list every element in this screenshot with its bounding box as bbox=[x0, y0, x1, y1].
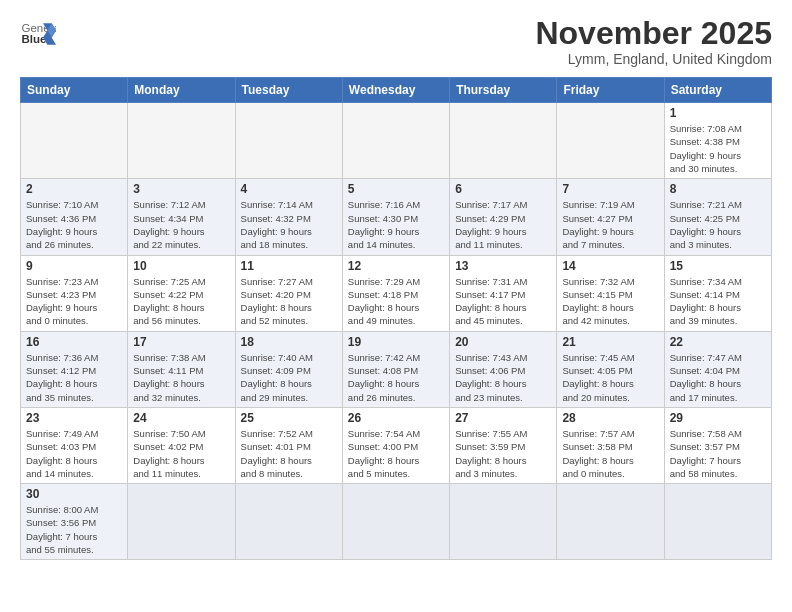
calendar-cell bbox=[450, 484, 557, 560]
calendar-cell: 26Sunrise: 7:54 AMSunset: 4:00 PMDayligh… bbox=[342, 407, 449, 483]
day-number: 9 bbox=[26, 259, 122, 273]
day-number: 25 bbox=[241, 411, 337, 425]
calendar-cell bbox=[235, 484, 342, 560]
day-number: 14 bbox=[562, 259, 658, 273]
day-number: 1 bbox=[670, 106, 766, 120]
day-info: Sunrise: 7:45 AMSunset: 4:05 PMDaylight:… bbox=[562, 351, 658, 404]
day-number: 10 bbox=[133, 259, 229, 273]
logo: General Blue bbox=[20, 16, 56, 52]
calendar-cell: 29Sunrise: 7:58 AMSunset: 3:57 PMDayligh… bbox=[664, 407, 771, 483]
day-number: 12 bbox=[348, 259, 444, 273]
calendar-cell: 23Sunrise: 7:49 AMSunset: 4:03 PMDayligh… bbox=[21, 407, 128, 483]
calendar-cell bbox=[128, 103, 235, 179]
day-number: 7 bbox=[562, 182, 658, 196]
calendar-cell: 21Sunrise: 7:45 AMSunset: 4:05 PMDayligh… bbox=[557, 331, 664, 407]
day-info: Sunrise: 7:52 AMSunset: 4:01 PMDaylight:… bbox=[241, 427, 337, 480]
calendar-cell: 13Sunrise: 7:31 AMSunset: 4:17 PMDayligh… bbox=[450, 255, 557, 331]
calendar-cell bbox=[342, 103, 449, 179]
day-info: Sunrise: 7:17 AMSunset: 4:29 PMDaylight:… bbox=[455, 198, 551, 251]
day-info: Sunrise: 7:31 AMSunset: 4:17 PMDaylight:… bbox=[455, 275, 551, 328]
calendar-cell: 9Sunrise: 7:23 AMSunset: 4:23 PMDaylight… bbox=[21, 255, 128, 331]
day-info: Sunrise: 7:49 AMSunset: 4:03 PMDaylight:… bbox=[26, 427, 122, 480]
day-info: Sunrise: 7:21 AMSunset: 4:25 PMDaylight:… bbox=[670, 198, 766, 251]
calendar-cell: 28Sunrise: 7:57 AMSunset: 3:58 PMDayligh… bbox=[557, 407, 664, 483]
day-number: 5 bbox=[348, 182, 444, 196]
day-number: 23 bbox=[26, 411, 122, 425]
day-number: 30 bbox=[26, 487, 122, 501]
day-number: 27 bbox=[455, 411, 551, 425]
calendar-cell: 7Sunrise: 7:19 AMSunset: 4:27 PMDaylight… bbox=[557, 179, 664, 255]
day-number: 4 bbox=[241, 182, 337, 196]
calendar-cell bbox=[342, 484, 449, 560]
logo-icon: General Blue bbox=[20, 16, 56, 52]
calendar-cell: 12Sunrise: 7:29 AMSunset: 4:18 PMDayligh… bbox=[342, 255, 449, 331]
day-number: 13 bbox=[455, 259, 551, 273]
month-title: November 2025 bbox=[535, 16, 772, 51]
day-number: 15 bbox=[670, 259, 766, 273]
day-info: Sunrise: 7:27 AMSunset: 4:20 PMDaylight:… bbox=[241, 275, 337, 328]
weekday-header-row: SundayMondayTuesdayWednesdayThursdayFrid… bbox=[21, 78, 772, 103]
calendar-week-row: 30Sunrise: 8:00 AMSunset: 3:56 PMDayligh… bbox=[21, 484, 772, 560]
calendar-cell: 4Sunrise: 7:14 AMSunset: 4:32 PMDaylight… bbox=[235, 179, 342, 255]
calendar-cell: 19Sunrise: 7:42 AMSunset: 4:08 PMDayligh… bbox=[342, 331, 449, 407]
day-info: Sunrise: 7:12 AMSunset: 4:34 PMDaylight:… bbox=[133, 198, 229, 251]
day-info: Sunrise: 7:19 AMSunset: 4:27 PMDaylight:… bbox=[562, 198, 658, 251]
day-number: 17 bbox=[133, 335, 229, 349]
page: General Blue November 2025 Lymm, England… bbox=[0, 0, 792, 612]
day-info: Sunrise: 7:23 AMSunset: 4:23 PMDaylight:… bbox=[26, 275, 122, 328]
day-info: Sunrise: 7:08 AMSunset: 4:38 PMDaylight:… bbox=[670, 122, 766, 175]
day-number: 26 bbox=[348, 411, 444, 425]
calendar-week-row: 16Sunrise: 7:36 AMSunset: 4:12 PMDayligh… bbox=[21, 331, 772, 407]
weekday-header-monday: Monday bbox=[128, 78, 235, 103]
day-info: Sunrise: 7:14 AMSunset: 4:32 PMDaylight:… bbox=[241, 198, 337, 251]
title-area: November 2025 Lymm, England, United King… bbox=[535, 16, 772, 67]
calendar-cell bbox=[450, 103, 557, 179]
calendar-cell: 2Sunrise: 7:10 AMSunset: 4:36 PMDaylight… bbox=[21, 179, 128, 255]
day-number: 22 bbox=[670, 335, 766, 349]
day-info: Sunrise: 7:29 AMSunset: 4:18 PMDaylight:… bbox=[348, 275, 444, 328]
calendar-cell bbox=[21, 103, 128, 179]
day-info: Sunrise: 7:34 AMSunset: 4:14 PMDaylight:… bbox=[670, 275, 766, 328]
calendar-cell: 22Sunrise: 7:47 AMSunset: 4:04 PMDayligh… bbox=[664, 331, 771, 407]
calendar-week-row: 1Sunrise: 7:08 AMSunset: 4:38 PMDaylight… bbox=[21, 103, 772, 179]
day-info: Sunrise: 7:40 AMSunset: 4:09 PMDaylight:… bbox=[241, 351, 337, 404]
day-number: 6 bbox=[455, 182, 551, 196]
day-number: 19 bbox=[348, 335, 444, 349]
calendar-week-row: 9Sunrise: 7:23 AMSunset: 4:23 PMDaylight… bbox=[21, 255, 772, 331]
calendar-cell: 6Sunrise: 7:17 AMSunset: 4:29 PMDaylight… bbox=[450, 179, 557, 255]
day-info: Sunrise: 7:36 AMSunset: 4:12 PMDaylight:… bbox=[26, 351, 122, 404]
calendar-cell bbox=[557, 484, 664, 560]
day-number: 20 bbox=[455, 335, 551, 349]
day-number: 2 bbox=[26, 182, 122, 196]
day-info: Sunrise: 7:10 AMSunset: 4:36 PMDaylight:… bbox=[26, 198, 122, 251]
calendar-cell: 24Sunrise: 7:50 AMSunset: 4:02 PMDayligh… bbox=[128, 407, 235, 483]
weekday-header-friday: Friday bbox=[557, 78, 664, 103]
calendar-cell: 5Sunrise: 7:16 AMSunset: 4:30 PMDaylight… bbox=[342, 179, 449, 255]
weekday-header-tuesday: Tuesday bbox=[235, 78, 342, 103]
day-number: 16 bbox=[26, 335, 122, 349]
calendar-week-row: 23Sunrise: 7:49 AMSunset: 4:03 PMDayligh… bbox=[21, 407, 772, 483]
calendar-cell: 20Sunrise: 7:43 AMSunset: 4:06 PMDayligh… bbox=[450, 331, 557, 407]
day-info: Sunrise: 7:42 AMSunset: 4:08 PMDaylight:… bbox=[348, 351, 444, 404]
calendar-cell: 3Sunrise: 7:12 AMSunset: 4:34 PMDaylight… bbox=[128, 179, 235, 255]
day-number: 21 bbox=[562, 335, 658, 349]
day-number: 28 bbox=[562, 411, 658, 425]
day-number: 3 bbox=[133, 182, 229, 196]
calendar-cell bbox=[664, 484, 771, 560]
calendar-cell: 30Sunrise: 8:00 AMSunset: 3:56 PMDayligh… bbox=[21, 484, 128, 560]
calendar-table: SundayMondayTuesdayWednesdayThursdayFrid… bbox=[20, 77, 772, 560]
calendar-cell: 16Sunrise: 7:36 AMSunset: 4:12 PMDayligh… bbox=[21, 331, 128, 407]
day-info: Sunrise: 7:57 AMSunset: 3:58 PMDaylight:… bbox=[562, 427, 658, 480]
day-number: 18 bbox=[241, 335, 337, 349]
weekday-header-saturday: Saturday bbox=[664, 78, 771, 103]
weekday-header-wednesday: Wednesday bbox=[342, 78, 449, 103]
day-number: 29 bbox=[670, 411, 766, 425]
day-number: 24 bbox=[133, 411, 229, 425]
weekday-header-thursday: Thursday bbox=[450, 78, 557, 103]
day-info: Sunrise: 7:38 AMSunset: 4:11 PMDaylight:… bbox=[133, 351, 229, 404]
day-info: Sunrise: 7:58 AMSunset: 3:57 PMDaylight:… bbox=[670, 427, 766, 480]
day-info: Sunrise: 7:47 AMSunset: 4:04 PMDaylight:… bbox=[670, 351, 766, 404]
day-info: Sunrise: 7:32 AMSunset: 4:15 PMDaylight:… bbox=[562, 275, 658, 328]
day-number: 11 bbox=[241, 259, 337, 273]
svg-text:Blue: Blue bbox=[21, 33, 47, 45]
